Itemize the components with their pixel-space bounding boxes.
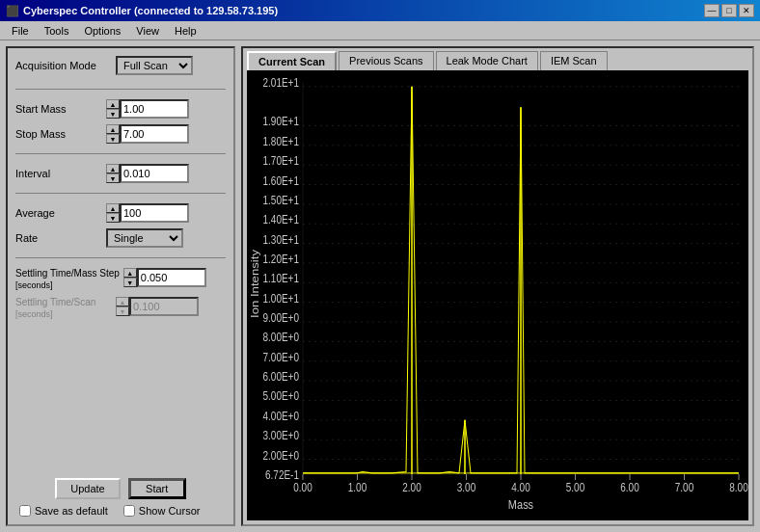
svg-text:1.70E+1: 1.70E+1	[263, 154, 299, 167]
menu-help[interactable]: Help	[167, 24, 204, 38]
svg-text:4.00: 4.00	[511, 481, 529, 493]
svg-text:6.00: 6.00	[620, 481, 638, 493]
chart-area: 6.72E-1 2.00E+0 3.00E+0 4.00E+0 5.00E+0 …	[247, 70, 748, 520]
show-cursor-label[interactable]: Show Cursor	[123, 505, 201, 517]
svg-text:5.00E+0: 5.00E+0	[263, 390, 299, 403]
average-input[interactable]	[120, 203, 189, 223]
menu-tools[interactable]: Tools	[37, 24, 77, 38]
svg-text:1.30E+1: 1.30E+1	[263, 233, 299, 246]
left-panel: Acquisition Mode Full Scan SIM SRM Start…	[6, 46, 235, 526]
svg-text:1.40E+1: 1.40E+1	[263, 213, 299, 226]
divider-1	[15, 89, 226, 90]
settling-scan-spinner: ▲ ▼	[116, 297, 199, 316]
start-mass-row: Start Mass ▲ ▼	[15, 99, 226, 119]
tab-previous-scans[interactable]: Previous Scans	[339, 51, 433, 70]
show-cursor-checkbox[interactable]	[123, 505, 135, 517]
y-axis-label: Ion Intensity	[249, 249, 261, 318]
right-panel: Current Scan Previous Scans Leak Mode Ch…	[241, 46, 754, 526]
average-spinner: ▲ ▼	[106, 203, 189, 223]
interval-down[interactable]: ▼	[106, 173, 120, 183]
svg-text:0.00: 0.00	[293, 481, 312, 493]
start-mass-input[interactable]	[120, 99, 189, 119]
settling-scan-down[interactable]: ▼	[116, 306, 129, 316]
settling-scan-up[interactable]: ▲	[116, 297, 129, 306]
average-up[interactable]: ▲	[106, 203, 120, 213]
svg-text:6.72E-1: 6.72E-1	[265, 468, 299, 481]
chart-svg: 6.72E-1 2.00E+0 3.00E+0 4.00E+0 5.00E+0 …	[247, 70, 748, 520]
show-cursor-text: Show Cursor	[139, 505, 201, 517]
settling-mass-input[interactable]	[137, 268, 206, 287]
stop-mass-input[interactable]	[120, 124, 189, 144]
svg-text:1.50E+1: 1.50E+1	[263, 194, 299, 206]
rate-row: Rate Single Double Triple	[15, 228, 226, 248]
svg-rect-0	[247, 70, 748, 520]
x-axis-label: Mass	[508, 497, 533, 512]
settling-mass-spinner: ▲ ▼	[123, 268, 206, 287]
svg-text:1.10E+1: 1.10E+1	[263, 272, 299, 284]
divider-3	[15, 193, 226, 194]
maximize-button[interactable]: □	[721, 4, 737, 17]
svg-text:3.00E+0: 3.00E+0	[263, 429, 299, 441]
svg-text:1.00: 1.00	[348, 481, 366, 493]
svg-text:1.60E+1: 1.60E+1	[263, 174, 299, 187]
divider-4	[15, 257, 226, 258]
update-button[interactable]: Update	[55, 478, 120, 499]
settling-mass-row: Settling Time/Mass Step [seconds] ▲ ▼	[15, 268, 226, 291]
bottom-controls: Update Start Save as default Show Cursor	[15, 478, 226, 517]
interval-label: Interval	[15, 168, 102, 179]
start-mass-up[interactable]: ▲	[106, 99, 120, 109]
menu-file[interactable]: File	[4, 24, 37, 38]
checkbox-row: Save as default Show Cursor	[15, 505, 226, 517]
settling-mass-down[interactable]: ▼	[123, 278, 137, 287]
stop-mass-label: Stop Mass	[15, 128, 102, 140]
svg-text:8.00: 8.00	[729, 481, 747, 493]
settling-mass-label: Settling Time/Mass Step [seconds]	[15, 268, 120, 291]
acquisition-mode-label: Acquisition Mode	[15, 60, 112, 71]
settling-mass-up[interactable]: ▲	[123, 268, 137, 278]
svg-text:7.00: 7.00	[675, 481, 693, 493]
menu-view[interactable]: View	[128, 24, 167, 38]
interval-input[interactable]	[120, 164, 189, 183]
acquisition-mode-select[interactable]: Full Scan SIM SRM	[116, 56, 193, 75]
stop-mass-row: Stop Mass ▲ ▼	[15, 124, 226, 144]
window-title: Cyberspec Controller (connected to 129.5…	[23, 5, 278, 16]
stop-mass-down[interactable]: ▼	[106, 134, 120, 144]
tab-leak-mode-chart[interactable]: Leak Mode Chart	[436, 51, 538, 70]
start-mass-spinner: ▲ ▼	[106, 99, 189, 119]
average-row: Average ▲ ▼	[15, 203, 226, 223]
stop-mass-up[interactable]: ▲	[106, 124, 120, 134]
interval-up[interactable]: ▲	[106, 164, 120, 173]
menu-bar: File Tools Options View Help	[0, 21, 760, 40]
svg-text:9.00E+0: 9.00E+0	[263, 311, 299, 324]
svg-text:3.00: 3.00	[457, 481, 475, 493]
save-default-checkbox[interactable]	[19, 505, 31, 517]
settling-scan-row: Settling Time/Scan [seconds] ▲ ▼	[15, 297, 226, 320]
svg-text:2.00: 2.00	[402, 481, 421, 493]
start-mass-label: Start Mass	[15, 103, 102, 115]
acquisition-mode-row: Acquisition Mode Full Scan SIM SRM	[15, 56, 226, 75]
svg-text:2.00E+0: 2.00E+0	[263, 449, 299, 462]
close-button[interactable]: ✕	[739, 4, 754, 17]
main-content: Acquisition Mode Full Scan SIM SRM Start…	[0, 40, 760, 532]
rate-select[interactable]: Single Double Triple	[106, 228, 183, 248]
interval-row: Interval ▲ ▼	[15, 164, 226, 183]
save-default-label[interactable]: Save as default	[19, 505, 108, 517]
svg-text:1.20E+1: 1.20E+1	[263, 253, 299, 265]
rate-label: Rate	[15, 232, 102, 244]
tab-iem-scan[interactable]: IEM Scan	[540, 51, 608, 70]
menu-options[interactable]: Options	[76, 24, 128, 38]
action-buttons: Update Start	[15, 478, 226, 499]
svg-text:1.90E+1: 1.90E+1	[263, 116, 299, 128]
svg-text:4.00E+0: 4.00E+0	[263, 410, 299, 422]
minimize-button[interactable]: —	[704, 4, 719, 17]
divider-2	[15, 153, 226, 154]
stop-mass-spinner: ▲ ▼	[106, 124, 189, 144]
svg-text:1.00E+1: 1.00E+1	[263, 292, 299, 305]
start-mass-down[interactable]: ▼	[106, 109, 120, 119]
window-controls: — □ ✕	[704, 4, 754, 17]
start-button[interactable]: Start	[128, 478, 186, 499]
settling-scan-input[interactable]	[129, 297, 199, 316]
tab-current-scan[interactable]: Current Scan	[247, 51, 337, 70]
average-down[interactable]: ▼	[106, 213, 120, 223]
interval-spinner: ▲ ▼	[106, 164, 189, 183]
